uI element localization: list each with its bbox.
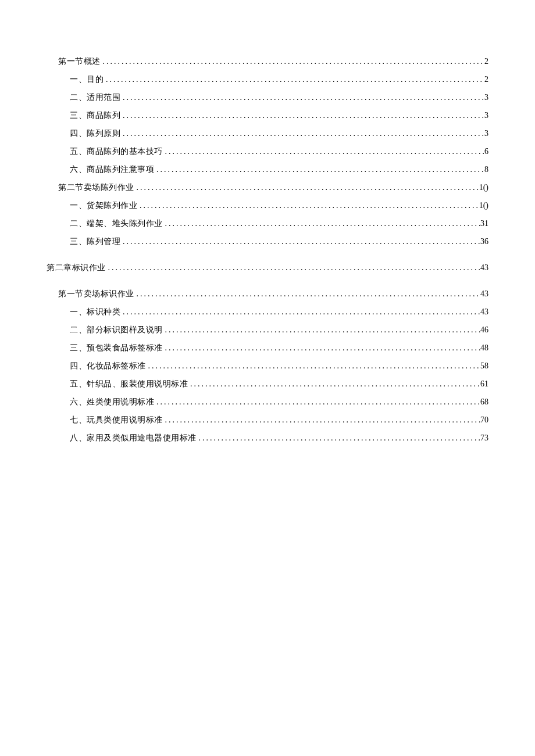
toc-entry-page: 70 — [480, 414, 488, 426]
toc-dot-leader — [101, 55, 485, 67]
toc-dot-leader — [163, 414, 481, 426]
toc-dot-leader — [104, 73, 484, 85]
toc-entry-label: 二、部分标识图样及说明 — [70, 324, 163, 336]
toc-dot-leader — [120, 109, 484, 121]
toc-entry-label: 四、化妆品标签标准 — [70, 360, 146, 372]
toc-entry: 六、商品陈列注意事项8 — [47, 163, 488, 175]
toc-entry-page: 3 — [484, 109, 488, 121]
toc-entry-label: 第一节概述 — [58, 55, 101, 67]
toc-entry-page: 43 — [480, 288, 488, 300]
toc-entry: 四、陈列原则3 — [47, 127, 488, 139]
toc-entry-label: 二、适用范围 — [70, 91, 120, 103]
toc-entry-label: 七、玩具类使用说明标准 — [70, 414, 163, 426]
toc-entry-label: 五、商品陈列的基本技巧 — [70, 145, 163, 157]
toc-dot-leader — [134, 181, 479, 194]
toc-entry: 一、目的2 — [47, 73, 488, 85]
toc-entry: 五、商品陈列的基本技巧6 — [47, 145, 488, 157]
toc-entry: 三、陈列管理36 — [47, 235, 488, 248]
toc-entry-label: 第一节卖场标识作业 — [58, 288, 134, 300]
toc-entry: 一、标识种类43 — [47, 306, 488, 318]
toc-dot-leader — [163, 324, 481, 336]
toc-entry-page: 8 — [484, 163, 488, 175]
toc-entry-page: 43 — [480, 306, 488, 318]
toc-dot-leader — [188, 378, 480, 390]
toc-entry: 二、适用范围3 — [47, 91, 488, 103]
toc-entry-page: 46 — [480, 324, 488, 336]
table-of-contents: 第一节概述2一、目的2二、适用范围3三、商品陈列3四、陈列原则3五、商品陈列的基… — [47, 55, 488, 444]
toc-entry-page: 73 — [480, 432, 488, 444]
toc-entry-label: 第二节卖场陈列作业 — [58, 181, 134, 194]
toc-dot-leader — [120, 306, 480, 318]
toc-entry: 八、家用及类似用途电器使用标准73 — [47, 432, 488, 444]
toc-entry-label: 一、货架陈列作业 — [70, 199, 137, 212]
toc-dot-leader — [146, 360, 481, 372]
toc-entry-page: 68 — [480, 396, 488, 408]
toc-dot-leader — [197, 432, 481, 444]
toc-dot-leader — [137, 199, 479, 212]
toc-entry: 二、部分标识图样及说明46 — [47, 324, 488, 336]
toc-entry: 三、商品陈列3 — [47, 109, 488, 121]
toc-entry-page: 6 — [484, 145, 488, 157]
toc-entry: 第二节卖场陈列作业1() — [47, 181, 488, 194]
toc-entry-page: 58 — [480, 360, 488, 372]
toc-entry-page: 3 — [484, 127, 488, 139]
toc-entry-label: 六、姓类使用说明标准 — [70, 396, 154, 408]
toc-section-gap — [47, 280, 488, 288]
toc-dot-leader — [120, 127, 484, 139]
toc-dot-leader — [163, 145, 485, 157]
toc-entry-page: 1() — [479, 199, 488, 212]
toc-entry-label: 四、陈列原则 — [70, 127, 120, 139]
toc-entry: 三、预包装食品标签标准48 — [47, 342, 488, 354]
toc-entry-page: 48 — [480, 342, 488, 354]
toc-dot-leader — [134, 288, 481, 300]
toc-entry-label: 第二章标识作业 — [47, 261, 106, 274]
toc-entry: 第二章标识作业43 — [47, 261, 488, 274]
toc-entry-page: 43 — [480, 261, 488, 274]
toc-entry-label: 八、家用及类似用途电器使用标准 — [70, 432, 197, 444]
toc-entry: 四、化妆品标签标准58 — [47, 360, 488, 372]
toc-dot-leader — [163, 342, 481, 354]
toc-entry-page: 1() — [479, 181, 488, 194]
toc-dot-leader — [154, 163, 484, 175]
toc-entry-label: 一、目的 — [70, 73, 104, 85]
toc-entry: 七、玩具类使用说明标准70 — [47, 414, 488, 426]
toc-entry-page: 2 — [484, 55, 488, 67]
toc-dot-leader — [120, 235, 480, 248]
toc-entry-page: 3 — [484, 91, 488, 103]
toc-entry: 一、货架陈列作业1() — [47, 199, 488, 212]
toc-entry-label: 三、陈列管理 — [70, 235, 120, 248]
toc-dot-leader — [154, 396, 480, 408]
toc-entry-page: 2 — [484, 73, 488, 85]
toc-entry: 六、姓类使用说明标准68 — [47, 396, 488, 408]
toc-entry-label: 五、针织品、服装使用说明标准 — [70, 378, 188, 390]
toc-entry-label: 三、预包装食品标签标准 — [70, 342, 163, 354]
toc-entry-label: 三、商品陈列 — [70, 109, 120, 121]
toc-entry: 五、针织品、服装使用说明标准61 — [47, 378, 488, 390]
toc-entry-page: 36 — [480, 235, 488, 248]
toc-entry-page: 31 — [480, 217, 488, 230]
toc-section-gap — [47, 253, 488, 261]
toc-entry: 二、端架、堆头陈列作业31 — [47, 217, 488, 230]
toc-dot-leader — [163, 217, 481, 230]
toc-dot-leader — [106, 261, 481, 274]
toc-entry-label: 一、标识种类 — [70, 306, 120, 318]
toc-dot-leader — [120, 91, 484, 103]
toc-entry-label: 二、端架、堆头陈列作业 — [70, 217, 163, 230]
toc-entry-page: 61 — [480, 378, 488, 390]
toc-entry: 第一节概述2 — [47, 55, 488, 67]
toc-entry-label: 六、商品陈列注意事项 — [70, 163, 154, 175]
toc-entry: 第一节卖场标识作业43 — [47, 288, 488, 300]
